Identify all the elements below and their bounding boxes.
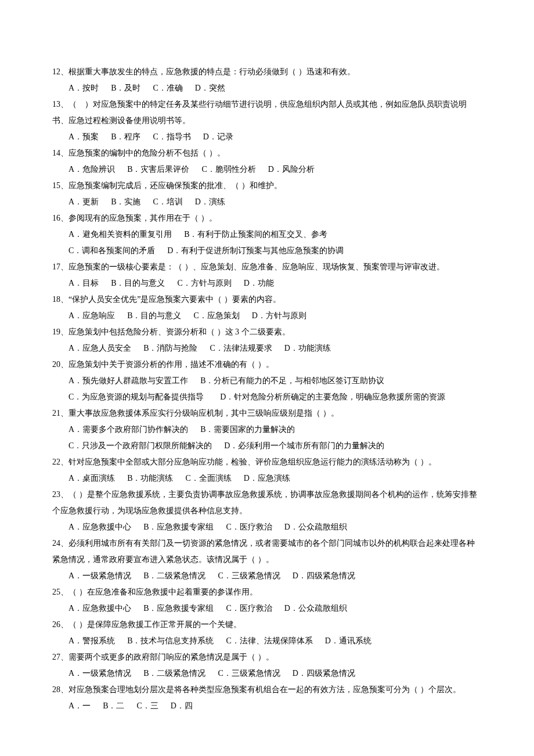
option: A．一 (68, 701, 91, 710)
option: A．应急人员安全 (68, 344, 131, 352)
question-stem: 21、重大事故应急救援体系应实行分级响应机制，其中三级响应级别是指（ ）。 (52, 405, 482, 422)
option: C．指导书 (153, 132, 190, 141)
question-14: 14、应急预案的编制中的危险分析不包括（ ）。A．危险辨识B．灾害后果评价C．脆… (52, 145, 482, 178)
option: A．避免相关资料的重复引用 (68, 230, 172, 239)
option: A．应急救援中心 (68, 604, 131, 613)
question-stem: 17、应急预案的一级核心要素是：（ ）、应急策划、应急准备、应急响应、现场恢复、… (52, 259, 482, 275)
question-stem: 23、（ ）是整个应急救援系统，主要负责协调事故应急救援系统，协调事故应急救援期… (52, 487, 482, 519)
option: D．突然 (195, 84, 225, 92)
question-stem: 18、“保护人员安全优先”是应急预案六要素中（ ）要素的内容。 (52, 291, 482, 308)
question-stem: 25、（ ）在应急准备和应急救援中起着重要的参谋作用。 (52, 584, 482, 600)
option-line: A．需要多个政府部门协作解决的B．需要国家的力量解决的 (52, 422, 482, 438)
question-stem: 24、必须利用城市所有有关部门及一切资源的紧急情况，或者需要城市的各个部门同城市… (52, 535, 482, 568)
question-23: 23、（ ）是整个应急救援系统，主要负责协调事故应急救援系统，协调事故应急救援期… (52, 487, 482, 535)
question-27: 27、需要两个或更多的政府部门响应的紧急情况是属于（ ）。A．一级紧急情况B．二… (52, 649, 482, 682)
option-line: A．一B．二C．三D．四 (52, 698, 482, 714)
option: D．公众疏散组织 (284, 604, 347, 613)
option: D．方针与原则 (252, 311, 306, 320)
question-list: 12、根据重大事故发生的特点，应急救援的特点是：行动必须做到（ ）迅速和有效。A… (52, 64, 482, 714)
option: B．二级紧急情况 (143, 669, 205, 678)
option: B．功能演练 (127, 474, 173, 483)
option: D．功能 (244, 279, 274, 287)
option: B．目的与意义 (127, 311, 181, 320)
option: D．风险分析 (268, 165, 315, 174)
option: D．有利于促进所制订预案与其他应急预案的协调 (167, 246, 344, 255)
option: B．有利于防止预案间的相互交叉、参考 (184, 230, 327, 239)
option-line: A．按时B．及时C．准确D．突然 (52, 80, 482, 96)
option: A．更新 (68, 197, 99, 206)
option: B．目的与意义 (111, 279, 165, 287)
option-line: C．只涉及一个政府部门权限所能解决的D．必须利用一个城市所有部门的力量解决的 (52, 438, 482, 454)
question-12: 12、根据重大事故发生的特点，应急救援的特点是：行动必须做到（ ）迅速和有效。A… (52, 64, 482, 96)
option: B．应急救援专家组 (143, 604, 214, 613)
option: D．四级紧急情况 (293, 669, 355, 678)
option: B．及时 (111, 84, 140, 92)
option-line: A．避免相关资料的重复引用B．有利于防止预案间的相互交叉、参考 (52, 226, 482, 243)
option-line: A．预案B．程序C．指导书D．记录 (52, 129, 482, 145)
option-line: A．一级紧急情况B．二级紧急情况C．三级紧急情况D．四级紧急情况 (52, 665, 482, 682)
option: B．分析已有能力的不足，与相邻地区签订互助协议 (200, 376, 384, 385)
question-stem: 16、参阅现有的应急预案，其作用在于（ ）。 (52, 210, 482, 226)
option: A．需要多个政府部门协作解决的 (68, 425, 188, 434)
option: C．脆弱性分析 (201, 165, 255, 174)
option-line: A．桌面演练B．功能演练C．全面演练D．应急演练 (52, 470, 482, 487)
option-line: A．危险辨识B．灾害后果评价C．脆弱性分析D．风险分析 (52, 161, 482, 178)
option: C．三 (136, 701, 158, 710)
question-17: 17、应急预案的一级核心要素是：（ ）、应急策划、应急准备、应急响应、现场恢复、… (52, 259, 482, 291)
option: A．一级紧急情况 (68, 571, 131, 580)
option-line: A．应急救援中心B．应急救援专家组C．医疗救治D．公众疏散组织 (52, 600, 482, 617)
option: C．法律法规要求 (210, 344, 272, 352)
option: A．桌面演练 (68, 474, 115, 483)
question-22: 22、针对应急预案中全部或大部分应急响应功能，检验、评价应急组织应急运行能力的演… (52, 454, 482, 487)
question-15: 15、应急预案编制完成后，还应确保预案的批准、（ ）和维护。A．更新B．实施C．… (52, 178, 482, 210)
question-25: 25、（ ）在应急准备和应急救援中起着重要的参谋作用。A．应急救援中心B．应急救… (52, 584, 482, 617)
question-stem: 28、对应急预案合理地划分层次是将各种类型应急预案有机组合在一起的有效方法，应急… (52, 682, 482, 698)
option: C．法律、法规保障体系 (226, 636, 312, 645)
option-line: A．应急人员安全B．消防与抢险C．法律法规要求D．功能演练 (52, 340, 482, 357)
option: A．警报系统 (68, 636, 115, 645)
question-18: 18、“保护人员安全优先”是应急预案六要素中（ ）要素的内容。A．应急响应B．目… (52, 291, 482, 324)
option: C．只涉及一个政府部门权限所能解决的 (68, 441, 212, 450)
option: D．公众疏散组织 (284, 523, 347, 531)
question-stem: 13、（ ）对应急预案中的特定任务及某些行动细节进行说明，供应急组织内部人员或其… (52, 96, 482, 129)
option: A．应急响应 (68, 311, 115, 320)
option: D．演练 (195, 197, 225, 206)
option: A．按时 (68, 84, 99, 92)
option-line: A．目标B．目的与意义C．方针与原则D．功能 (52, 275, 482, 291)
question-24: 24、必须利用城市所有有关部门及一切资源的紧急情况，或者需要城市的各个部门同城市… (52, 535, 482, 584)
option: D．应急演练 (244, 474, 290, 483)
question-26: 26、（ ）是保障应急救援工作正常开展的一个关键。A．警报系统B．技术与信息支持… (52, 617, 482, 649)
question-stem: 14、应急预案的编制中的危险分析不包括（ ）。 (52, 145, 482, 161)
option: D．四 (171, 701, 193, 710)
question-21: 21、重大事故应急救援体系应实行分级响应机制，其中三级响应级别是指（ ）。A．需… (52, 405, 482, 454)
question-stem: 20、应急策划中关于资源分析的作用，描述不准确的有（ ）。 (52, 357, 482, 373)
option: C．医疗救治 (226, 523, 272, 531)
option: C．应急策划 (193, 311, 239, 320)
option: A．预案 (68, 132, 99, 141)
option: B．实施 (111, 197, 140, 206)
option-line: C．调和各预案间的矛盾D．有利于促进所制订预案与其他应急预案的协调 (52, 243, 482, 259)
option-line-wrapped: C．为应急资源的规划与配备提供指导 D．针对危险分析所确定的主要危险，明确应急救… (52, 389, 482, 405)
option: C．方针与原则 (177, 279, 231, 287)
question-stem: 19、应急策划中包括危险分析、资源分析和（ ）这 3 个二级要素。 (52, 324, 482, 340)
option: B．需要国家的力量解决的 (200, 425, 295, 434)
option-line: A．一级紧急情况B．二级紧急情况C．三级紧急情况D．四级紧急情况 (52, 568, 482, 584)
question-13: 13、（ ）对应急预案中的特定任务及某些行动细节进行说明，供应急组织内部人员或其… (52, 96, 482, 145)
option: B．灾害后果评价 (127, 165, 189, 174)
option: C．全面演练 (185, 474, 231, 483)
question-19: 19、应急策划中包括危险分析、资源分析和（ ）这 3 个二级要素。A．应急人员安… (52, 324, 482, 357)
option: A．应急救援中心 (68, 523, 131, 531)
option: C．三级紧急情况 (218, 571, 280, 580)
option-line: A．警报系统B．技术与信息支持系统C．法律、法规保障体系D．通讯系统 (52, 633, 482, 649)
option: D．四级紧急情况 (293, 571, 355, 580)
option-line: A．应急救援中心B．应急救援专家组C．医疗救治D．公众疏散组织 (52, 519, 482, 535)
option: C．调和各预案间的矛盾 (68, 246, 155, 255)
question-16: 16、参阅现有的应急预案，其作用在于（ ）。A．避免相关资料的重复引用B．有利于… (52, 210, 482, 259)
option: D．必须利用一个城市所有部门的力量解决的 (224, 441, 384, 450)
option: C．三级紧急情况 (218, 669, 280, 678)
option: C．培训 (153, 197, 182, 206)
option-line: A．更新B．实施C．培训D．演练 (52, 194, 482, 210)
question-28: 28、对应急预案合理地划分层次是将各种类型应急预案有机组合在一起的有效方法，应急… (52, 682, 482, 714)
option-line: A．预先做好人群疏散与安置工作B．分析已有能力的不足，与相邻地区签订互助协议 (52, 373, 482, 389)
option: B．二 (103, 701, 124, 710)
